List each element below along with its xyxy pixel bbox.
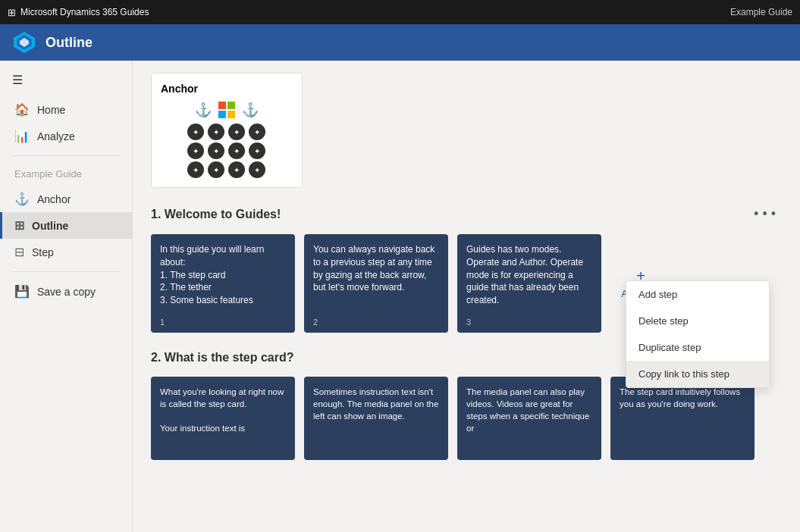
app-header: Outline bbox=[0, 24, 800, 61]
step-number-3: 3 bbox=[466, 318, 471, 327]
svg-rect-3 bbox=[218, 102, 226, 109]
sidebar-label-step: Step bbox=[32, 246, 54, 258]
save-icon: 💾 bbox=[14, 284, 30, 299]
guide-name: Example Guide bbox=[730, 7, 792, 17]
step-card-s2-2[interactable]: Sometimes instruction text isn't enough.… bbox=[304, 377, 448, 460]
anchor-top-row: ⚓ ⚓ bbox=[195, 101, 259, 119]
section-2-title: 2. What is the step card? bbox=[151, 351, 293, 365]
sidebar-divider-2 bbox=[12, 271, 120, 272]
title-bar: ⊞ Microsoft Dynamics 365 Guides Example … bbox=[0, 0, 800, 24]
step-card-s2-4-text: The step card intuitively follows you as… bbox=[620, 386, 745, 410]
anchor-dot-6: ✦ bbox=[208, 142, 224, 159]
step-card-s2-3[interactable]: The media panel can also play videos. Vi… bbox=[457, 377, 601, 460]
app-name: Microsoft Dynamics 365 Guides bbox=[20, 7, 149, 17]
section-2-steps: What you're looking at right now is call… bbox=[151, 377, 782, 460]
anchor-card-content: ⚓ ⚓ ✦ ✦ ✦ ✦ ✦ bbox=[161, 101, 293, 178]
main-layout: ☰ 🏠 Home 📊 Analyze Example Guide ⚓ Ancho… bbox=[0, 61, 800, 532]
microsoft-logo bbox=[218, 101, 236, 119]
sidebar-label-example-guide: Example Guide bbox=[14, 168, 82, 180]
step-card-s2-2-text: Sometimes instruction text isn't enough.… bbox=[313, 386, 439, 422]
step-number-1: 1 bbox=[160, 318, 165, 327]
sidebar-item-anchor[interactable]: ⚓ Anchor bbox=[0, 186, 132, 212]
anchor-dot-11: ✦ bbox=[228, 161, 245, 178]
sidebar-item-save-copy[interactable]: 💾 Save a copy bbox=[0, 278, 132, 305]
step-card-1[interactable]: In this guide you will learn about:1. Th… bbox=[151, 234, 295, 333]
context-menu-copy-link[interactable]: Copy link to this step bbox=[626, 361, 769, 387]
sidebar-item-example-guide[interactable]: Example Guide bbox=[0, 162, 132, 186]
hamburger-button[interactable]: ☰ bbox=[0, 67, 132, 93]
sidebar-item-outline[interactable]: ⊞ Outline bbox=[0, 212, 132, 239]
sidebar-label-save-copy: Save a copy bbox=[37, 286, 96, 298]
home-icon: 🏠 bbox=[14, 102, 30, 117]
section-1-title: 1. Welcome to Guides! bbox=[151, 208, 281, 221]
step-card-3[interactable]: Guides has two modes. Operate and Author… bbox=[457, 234, 601, 333]
step-card-3-text: Guides has two modes. Operate and Author… bbox=[466, 243, 592, 307]
step-card-2[interactable]: You can always navigate back to a previo… bbox=[304, 234, 448, 333]
dynamics-logo bbox=[12, 30, 36, 55]
context-menu: Add step Delete step Duplicate step Copy… bbox=[626, 280, 770, 388]
sidebar-label-anchor: Anchor bbox=[37, 193, 71, 205]
anchor-grid: ✦ ✦ ✦ ✦ ✦ ✦ ✦ ✦ ✦ ✦ ✦ ✦ bbox=[187, 124, 267, 178]
sidebar-item-step[interactable]: ⊟ Step bbox=[0, 239, 132, 265]
step-card-s2-4[interactable]: The step card intuitively follows you as… bbox=[610, 377, 755, 460]
anchor-dot-4: ✦ bbox=[249, 124, 265, 140]
context-menu-add-step[interactable]: Add step bbox=[626, 281, 769, 308]
anchor-icon: ⚓ bbox=[14, 192, 30, 206]
app-icon: ⊞ bbox=[8, 7, 16, 18]
anchor-dot-5: ✦ bbox=[187, 142, 204, 159]
sidebar-label-outline: Outline bbox=[32, 220, 68, 232]
sidebar-divider-1 bbox=[12, 155, 120, 156]
anchor-dot-10: ✦ bbox=[208, 161, 224, 178]
context-menu-duplicate-step[interactable]: Duplicate step bbox=[626, 334, 769, 361]
sidebar-label-home: Home bbox=[37, 104, 65, 116]
step-number-2: 2 bbox=[313, 318, 318, 327]
anchor-dot-9: ✦ bbox=[187, 161, 204, 178]
step-card-1-text: In this guide you will learn about:1. Th… bbox=[160, 243, 286, 307]
anchor-right-symbol: ⚓ bbox=[242, 102, 259, 118]
svg-rect-5 bbox=[218, 111, 226, 118]
step-card-2-text: You can always navigate back to a previo… bbox=[313, 243, 439, 294]
context-menu-delete-step[interactable]: Delete step bbox=[626, 308, 769, 334]
svg-rect-6 bbox=[227, 111, 235, 118]
anchor-dot-1: ✦ bbox=[187, 124, 204, 140]
sidebar: ☰ 🏠 Home 📊 Analyze Example Guide ⚓ Ancho… bbox=[0, 61, 133, 532]
anchor-card: Anchor ⚓ ⚓ ✦ ✦ bbox=[151, 73, 303, 188]
anchor-dot-3: ✦ bbox=[228, 124, 245, 140]
section-1-header: 1. Welcome to Guides! • • • bbox=[151, 203, 782, 225]
anchor-dot-12: ✦ bbox=[249, 161, 265, 178]
anchor-dot-2: ✦ bbox=[208, 124, 224, 140]
analyze-icon: 📊 bbox=[14, 129, 30, 143]
step-card-s2-1[interactable]: What you're looking at right now is call… bbox=[151, 377, 295, 460]
anchor-card-title: Anchor bbox=[161, 83, 293, 95]
step-card-s2-3-text: The media panel can also play videos. Vi… bbox=[466, 386, 592, 434]
anchor-left-symbol: ⚓ bbox=[195, 102, 212, 118]
sidebar-item-analyze[interactable]: 📊 Analyze bbox=[0, 123, 132, 149]
sidebar-item-home[interactable]: 🏠 Home bbox=[0, 96, 132, 123]
outline-icon: ⊞ bbox=[14, 218, 24, 233]
app-header-title: Outline bbox=[45, 35, 93, 51]
sidebar-label-analyze: Analyze bbox=[37, 130, 75, 142]
svg-rect-4 bbox=[227, 102, 235, 109]
anchor-dot-8: ✦ bbox=[249, 142, 265, 159]
step-icon: ⊟ bbox=[14, 245, 24, 259]
content-area: Anchor ⚓ ⚓ ✦ ✦ bbox=[133, 61, 800, 532]
section-1-more-button[interactable]: • • • bbox=[748, 206, 782, 222]
anchor-dot-7: ✦ bbox=[228, 142, 245, 159]
step-card-s2-1-text: What you're looking at right now is call… bbox=[160, 386, 286, 434]
